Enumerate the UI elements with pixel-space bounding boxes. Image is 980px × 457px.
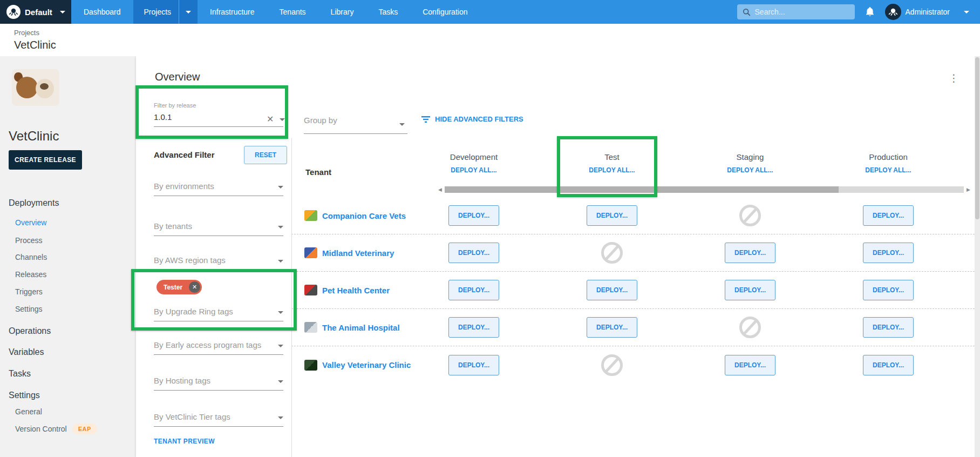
sidebar-item-general[interactable]: General [0, 407, 136, 416]
space-name: Default [25, 8, 52, 17]
tenant-link[interactable]: Midland Veterinary [322, 248, 394, 258]
reset-filters-button[interactable]: RESET [244, 146, 287, 164]
sidebar-item-settings[interactable]: Settings [0, 305, 136, 313]
tenant-preview-link[interactable]: TENANT PREVIEW [154, 438, 215, 445]
create-release-button[interactable]: CREATE RELEASE [9, 150, 82, 170]
deploy-all-button-production[interactable]: DEPLOY ALL... [819, 166, 957, 174]
remove-tag-icon[interactable]: ✕ [189, 281, 200, 293]
scroll-left-arrow-icon[interactable]: ◀ [438, 187, 445, 192]
sidebar-item-deployments[interactable]: Deployments [0, 198, 136, 208]
projects-dropdown-caret[interactable] [179, 0, 198, 24]
filter-field-by-environments[interactable]: By environments [154, 182, 214, 191]
nav-item-tasks[interactable]: Tasks [366, 0, 410, 24]
sidebar-item-version-control[interactable]: Version ControlEAP [0, 424, 136, 434]
filter-field-caret-icon[interactable] [278, 311, 283, 314]
filter-field-caret-icon[interactable] [278, 186, 283, 189]
tenant-logo [304, 322, 317, 333]
filter-field-by-hosting-tags[interactable]: By Hosting tags [154, 376, 210, 385]
horizontal-scrollbar[interactable]: ◀ ▶ [438, 186, 970, 193]
deploy-button[interactable]: DEPLOY... [863, 205, 914, 226]
deploy-button[interactable]: DEPLOY... [725, 280, 775, 300]
sidebar-item-label: Variables [9, 347, 44, 357]
tenant-link[interactable]: Valley Veterinary Clinic [322, 360, 411, 369]
scroll-right-arrow-icon[interactable]: ▶ [964, 187, 970, 192]
deploy-button[interactable]: DEPLOY... [448, 243, 499, 263]
tenant-link[interactable]: Companion Care Vets [322, 211, 406, 220]
deploy-button[interactable]: DEPLOY... [587, 317, 637, 338]
filter-field-by-vetclinic-tier-tags[interactable]: By VetClinic Tier tags [154, 412, 230, 421]
deploy-all-button-test[interactable]: DEPLOY ALL... [543, 166, 681, 174]
space-switcher[interactable]: Default [0, 0, 71, 24]
env-cell-staging [681, 204, 819, 227]
search-input[interactable] [755, 8, 841, 16]
notifications-bell-icon[interactable] [865, 6, 875, 18]
sidebar-item-tasks[interactable]: Tasks [0, 369, 136, 379]
deploy-button[interactable]: DEPLOY... [863, 317, 914, 338]
tag-chip-tester: Tester✕ [156, 280, 202, 294]
scrollbar-track[interactable] [445, 186, 964, 193]
vertical-scrollbar-thumb[interactable] [975, 57, 979, 219]
deploy-button[interactable]: DEPLOY... [587, 205, 637, 226]
deploy-all-button-staging[interactable]: DEPLOY ALL... [681, 166, 819, 174]
tenant-link[interactable]: Pet Health Center [322, 286, 390, 295]
search-box[interactable] [737, 4, 855, 19]
filter-field-by-upgrade-ring-tags[interactable]: By Upgrade Ring tags [154, 307, 233, 316]
group-by-select[interactable]: Group by [304, 116, 337, 125]
deploy-button[interactable]: DEPLOY... [863, 355, 914, 375]
nav-item-library[interactable]: Library [318, 0, 366, 24]
chevron-down-icon [964, 11, 969, 14]
group-by-caret-icon[interactable] [399, 123, 405, 126]
sidebar-item-triggers[interactable]: Triggers [0, 287, 136, 296]
filter-field-by-early-access-program-tags[interactable]: By Early access program tags [154, 340, 261, 350]
filter-field-by-tenants[interactable]: By tenants [154, 221, 192, 231]
scrollbar-thumb[interactable] [445, 186, 839, 193]
deploy-button[interactable]: DEPLOY... [725, 243, 775, 263]
env-cell-production: DEPLOY... [819, 317, 957, 338]
deploy-all-button-development[interactable]: DEPLOY ALL... [405, 166, 543, 174]
sidebar-item-overview[interactable]: Overview [0, 218, 136, 227]
hide-advanced-filters-button[interactable]: HIDE ADVANCED FILTERS [421, 115, 523, 123]
filter-field-caret-icon[interactable] [278, 226, 283, 228]
deploy-button[interactable]: DEPLOY... [587, 280, 637, 300]
deploy-button[interactable]: DEPLOY... [863, 243, 914, 263]
sidebar-item-label: Releases [15, 270, 46, 279]
vertical-scrollbar[interactable] [975, 56, 980, 457]
nav-item-projects[interactable]: Projects [133, 0, 198, 24]
user-menu[interactable]: Administrator [885, 4, 969, 20]
clear-release-filter-icon[interactable]: ✕ [267, 114, 274, 124]
chevron-down-icon [186, 11, 191, 14]
sidebar-item-releases[interactable]: Releases [0, 270, 136, 279]
release-filter-input[interactable] [154, 112, 262, 122]
sidebar-item-process[interactable]: Process [0, 236, 136, 245]
deploy-button[interactable]: DEPLOY... [448, 317, 499, 338]
sidebar-item-operations[interactable]: Operations [0, 326, 136, 336]
release-dropdown-caret-icon[interactable] [280, 118, 285, 121]
sidebar-item-settings[interactable]: Settings [0, 391, 136, 400]
tenant-logo [304, 360, 317, 371]
filter-field-caret-icon[interactable] [278, 345, 283, 347]
filter-field-caret-icon[interactable] [278, 380, 283, 383]
filter-field-by-aws-region-tags[interactable]: By AWS region tags [154, 256, 226, 265]
deployment-blocked-icon [601, 241, 623, 264]
deploy-button[interactable]: DEPLOY... [725, 355, 775, 375]
nav-item-configuration[interactable]: Configuration [410, 0, 480, 24]
tenant-table-header: Tenant DevelopmentDEPLOY ALL...TestDEPLO… [291, 146, 975, 180]
deploy-button[interactable]: DEPLOY... [448, 355, 499, 375]
tenant-row: Valley Veterinary ClinicDEPLOY...DEPLOY.… [291, 346, 975, 384]
overflow-menu-icon[interactable]: ⋮ [949, 73, 959, 83]
sidebar-item-variables[interactable]: Variables [0, 347, 136, 357]
filter-field-caret-icon[interactable] [278, 260, 283, 263]
nav-item-tenants[interactable]: Tenants [267, 0, 318, 24]
sidebar-item-channels[interactable]: Channels [0, 253, 136, 261]
nav-item-infrastructure[interactable]: Infrastructure [198, 0, 267, 24]
tenant-link[interactable]: The Animal Hospital [322, 323, 400, 332]
deploy-button[interactable]: DEPLOY... [448, 205, 499, 226]
filter-field-underline [154, 354, 283, 355]
nav-item-dashboard[interactable]: Dashboard [71, 0, 133, 24]
deploy-button[interactable]: DEPLOY... [448, 280, 499, 300]
filter-field-caret-icon[interactable] [278, 416, 283, 419]
breadcrumb[interactable]: Projects [14, 29, 39, 37]
overview-title: Overview [155, 71, 200, 83]
deploy-button[interactable]: DEPLOY... [863, 280, 914, 300]
release-filter-underline [154, 126, 283, 127]
